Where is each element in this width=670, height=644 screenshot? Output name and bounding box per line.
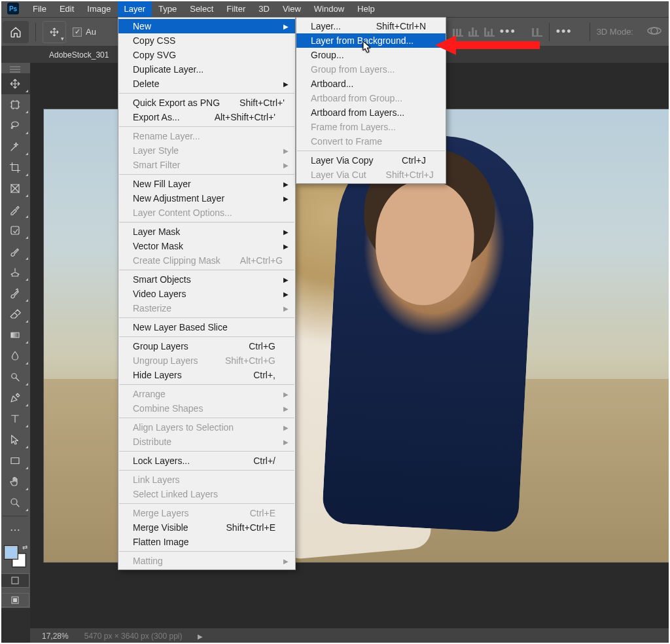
swap-colors-icon[interactable]: ⇄ <box>22 544 27 551</box>
magic-wand-tool[interactable] <box>0 136 30 157</box>
lasso-tool[interactable] <box>0 115 30 136</box>
menu-item-label: Vector Mask <box>133 241 183 251</box>
new-menu-artboard-from-layers[interactable]: Artboard from Layers... <box>296 105 446 120</box>
menu-layer[interactable]: Layer <box>118 0 152 17</box>
layer-menu-hide-layers[interactable]: Hide LayersCtrl+, <box>118 368 295 382</box>
layer-menu-vector-mask[interactable]: Vector Mask▶ <box>118 239 295 253</box>
new-menu-layer[interactable]: Layer...Shift+Ctrl+N <box>296 19 446 33</box>
artboard-tool[interactable] <box>0 94 30 115</box>
align-icons: ••• <box>453 25 542 39</box>
home-button[interactable] <box>3 21 29 43</box>
submenu-arrow-icon: ▶ <box>283 276 289 283</box>
menu-item-shortcut: Ctrl+/ <box>234 456 275 466</box>
eraser-tool[interactable] <box>0 304 30 325</box>
healing-brush-tool[interactable] <box>0 220 30 241</box>
menu-3d[interactable]: 3D <box>252 0 276 17</box>
layer-menu-new-fill-layer[interactable]: New Fill Layer▶ <box>118 177 295 191</box>
layer-menu-group-layers[interactable]: Group LayersCtrl+G <box>118 339 295 353</box>
status-arrow-icon[interactable]: ▶ <box>198 633 203 640</box>
layer-menu-lock-layers[interactable]: Lock Layers...Ctrl+/ <box>118 454 295 468</box>
menu-select[interactable]: Select <box>183 0 220 17</box>
clone-stamp-tool[interactable] <box>0 262 30 283</box>
layer-menu-copy-css[interactable]: Copy CSS <box>118 33 295 48</box>
color-swatches[interactable]: ⇄ <box>0 543 30 569</box>
layer-menu-new-layer-based-slice[interactable]: New Layer Based Slice <box>118 320 295 334</box>
menu-item-label: Select Linked Layers <box>133 489 218 499</box>
layer-menu-layer-mask[interactable]: Layer Mask▶ <box>118 224 295 239</box>
toolbar-grip[interactable] <box>0 65 30 73</box>
menu-file[interactable]: File <box>26 0 53 17</box>
menu-item-shortcut: Ctrl+, <box>234 370 275 380</box>
submenu-arrow-icon: ▶ <box>283 23 289 30</box>
layer-menu-video-layers[interactable]: Video Layers▶ <box>118 287 295 301</box>
history-brush-tool[interactable] <box>0 283 30 304</box>
menu-filter[interactable]: Filter <box>220 0 252 17</box>
layer-menu-flatten-image[interactable]: Flatten Image <box>118 535 295 549</box>
menu-item-label: Arrange <box>133 389 166 399</box>
layer-menu-new[interactable]: New▶ <box>118 19 295 33</box>
layer-menu-delete[interactable]: Delete▶ <box>118 77 295 91</box>
menu-item-label: Group from Layers... <box>311 64 395 75</box>
layer-menu-quick-export-as-png[interactable]: Quick Export as PNGShift+Ctrl+' <box>118 96 295 110</box>
crop-tool[interactable] <box>0 157 30 178</box>
menu-item-label: Convert to Frame <box>311 136 382 147</box>
menu-item-label: Video Layers <box>133 289 186 299</box>
layer-menu-copy-svg[interactable]: Copy SVG <box>118 48 295 62</box>
overflow-icon[interactable]: ••• <box>556 25 573 39</box>
rectangle-tool[interactable] <box>0 450 30 471</box>
move-tool[interactable] <box>0 73 30 94</box>
menu-item-label: Link Layers <box>133 474 180 485</box>
menu-item-label: Group... <box>311 50 344 60</box>
3d-mode-icon[interactable] <box>646 26 662 39</box>
quick-mask-row[interactable] <box>0 573 30 588</box>
zoom-level[interactable]: 17,28% <box>42 632 69 641</box>
menu-type[interactable]: Type <box>152 0 183 17</box>
layer-menu-layer-content-options: Layer Content Options... <box>118 206 295 220</box>
new-menu-group[interactable]: Group... <box>296 48 446 62</box>
document-info[interactable]: 5470 px × 3640 px (300 ppi) <box>84 632 183 641</box>
auto-select-checkbox[interactable]: ✓ Au <box>73 27 96 37</box>
menu-image[interactable]: Image <box>80 0 117 17</box>
brush-tool[interactable] <box>0 241 30 262</box>
menu-item-label: Frame from Layers... <box>311 122 396 132</box>
foreground-color[interactable] <box>4 545 18 560</box>
more-options-icon[interactable]: ••• <box>500 25 516 39</box>
dodge-tool[interactable] <box>0 367 30 387</box>
menu-help[interactable]: Help <box>351 0 381 17</box>
submenu-arrow-icon: ▶ <box>283 243 289 250</box>
menu-view[interactable]: View <box>276 0 308 17</box>
eyedropper-tool[interactable] <box>0 199 30 220</box>
layer-menu-new-adjustment-layer[interactable]: New Adjustment Layer▶ <box>118 191 295 206</box>
menu-edit[interactable]: Edit <box>53 0 80 17</box>
menu-item-label: Layer Via Cut <box>311 170 366 180</box>
edit-toolbar-button[interactable]: ⋯ <box>0 519 30 540</box>
hand-tool[interactable] <box>0 471 30 492</box>
new-menu-frame-from-layers: Frame from Layers... <box>296 120 446 134</box>
layer-menu-smart-filter: Smart Filter▶ <box>118 158 295 172</box>
layer-new-submenu: Layer...Shift+Ctrl+NLayer from Backgroun… <box>296 17 446 184</box>
tool-preset-picker[interactable] <box>43 21 66 43</box>
menu-item-shortcut: Alt+Shift+Ctrl+' <box>195 112 275 122</box>
blur-tool[interactable] <box>0 346 30 367</box>
tools-panel: ⋯ ⇄ <box>0 63 30 608</box>
layer-menu-merge-layers: Merge LayersCtrl+E <box>118 506 295 520</box>
screen-mode-row[interactable] <box>0 592 30 608</box>
layer-menu-duplicate-layer[interactable]: Duplicate Layer... <box>118 62 295 77</box>
frame-tool[interactable] <box>0 178 30 199</box>
layer-menu-export-as[interactable]: Export As...Alt+Shift+Ctrl+' <box>118 110 295 124</box>
layer-menu-merge-visible[interactable]: Merge VisibleShift+Ctrl+E <box>118 520 295 535</box>
menu-item-shortcut: Shift+Ctrl+J <box>366 170 434 180</box>
menu-item-label: Flatten Image <box>133 537 189 547</box>
gradient-tool[interactable] <box>0 325 30 346</box>
layer-menu-smart-objects[interactable]: Smart Objects▶ <box>118 272 295 287</box>
type-tool[interactable] <box>0 408 30 429</box>
new-menu-layer-via-copy[interactable]: Layer Via CopyCtrl+J <box>296 153 446 168</box>
path-selection-tool[interactable] <box>0 429 30 450</box>
layer-menu-rename-layer: Rename Layer... <box>118 129 295 143</box>
new-menu-layer-from-background[interactable]: Layer from Background... <box>296 33 446 48</box>
menu-window[interactable]: Window <box>308 0 351 17</box>
document-tab[interactable]: AdobeStock_301 <box>43 46 115 63</box>
new-menu-artboard[interactable]: Artboard... <box>296 77 446 91</box>
zoom-tool[interactable] <box>0 492 30 513</box>
pen-tool[interactable] <box>0 387 30 408</box>
